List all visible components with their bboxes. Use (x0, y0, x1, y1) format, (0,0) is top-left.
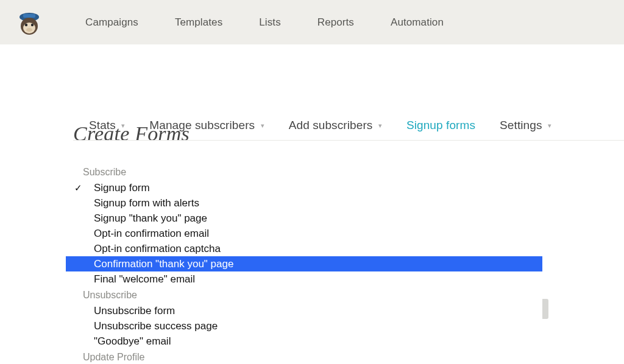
nav-reports[interactable]: Reports (299, 16, 372, 29)
group-subscribe: Subscribe (66, 164, 542, 180)
svg-rect-1 (23, 14, 35, 18)
svg-point-5 (31, 23, 34, 26)
option-optin-confirmation-captcha[interactable]: Opt-in confirmation captcha (66, 241, 542, 256)
tab-settings[interactable]: Settings ▾ (500, 119, 551, 132)
chevron-down-icon: ▾ (121, 122, 125, 129)
nav-templates[interactable]: Templates (157, 16, 241, 29)
forms-dropdown[interactable]: Subscribe Signup form Signup form with a… (66, 164, 542, 364)
logo[interactable] (16, 9, 43, 36)
svg-point-6 (26, 28, 32, 32)
option-signup-form-alerts[interactable]: Signup form with alerts (66, 195, 542, 211)
tab-label: Stats (89, 119, 116, 131)
option-final-welcome-email[interactable]: Final "welcome" email (66, 271, 542, 287)
option-unsubscribe-success[interactable]: Unsubscribe success page (66, 318, 542, 334)
option-unsubscribe-form[interactable]: Unsubscribe form (66, 303, 542, 318)
tab-stats[interactable]: Stats ▾ (89, 119, 125, 132)
top-nav: Campaigns Templates Lists Reports Automa… (0, 0, 624, 44)
sub-nav: Stats ▾ Manage subscribers ▾ Add subscri… (73, 116, 624, 141)
tab-label: Manage subscribers (149, 119, 255, 131)
option-goodbye-email[interactable]: "Goodbye" email (66, 334, 542, 349)
group-update-profile: Update Profile (66, 349, 542, 364)
option-signup-form[interactable]: Signup form (66, 180, 542, 195)
chevron-down-icon: ▾ (378, 122, 382, 129)
chevron-down-icon: ▾ (548, 122, 551, 129)
tab-signup-forms[interactable]: Signup forms (406, 119, 475, 132)
nav-campaigns[interactable]: Campaigns (67, 16, 157, 29)
nav-lists[interactable]: Lists (241, 16, 299, 29)
svg-point-4 (25, 23, 27, 26)
group-unsubscribe: Unsubscribe (66, 287, 542, 303)
option-confirmation-thank-you[interactable]: Confirmation "thank you" page (66, 256, 542, 271)
tab-label: Add subscribers (289, 119, 373, 131)
chevron-down-icon: ▾ (261, 122, 264, 129)
tab-label: Settings (500, 119, 542, 131)
option-signup-thank-you[interactable]: Signup "thank you" page (66, 211, 542, 226)
monkey-logo-icon (16, 9, 43, 36)
tab-label: Signup forms (406, 119, 475, 131)
tab-manage-subscribers[interactable]: Manage subscribers ▾ (149, 119, 264, 132)
nav-automation[interactable]: Automation (372, 16, 462, 29)
option-optin-confirmation-email[interactable]: Opt-in confirmation email (66, 226, 542, 241)
tab-add-subscribers[interactable]: Add subscribers ▾ (289, 119, 382, 132)
